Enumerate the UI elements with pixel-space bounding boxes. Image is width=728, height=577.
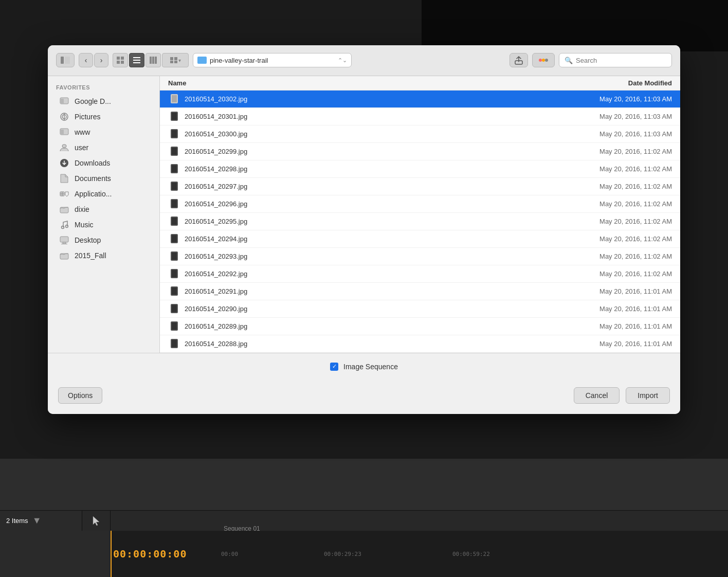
search-box[interactable]: 🔍	[559, 53, 672, 67]
file-name: 20160514_20296.jpg	[185, 200, 538, 208]
sidebar-label-downloads: Downloads	[75, 159, 110, 167]
svg-rect-10	[152, 57, 154, 64]
view-columns-button[interactable]	[145, 53, 161, 67]
file-type-icon	[168, 321, 180, 331]
cursor-tool-area[interactable]	[82, 511, 111, 531]
playhead	[111, 531, 112, 577]
import-button[interactable]: Import	[626, 387, 670, 404]
image-sequence-label: Image Sequence	[343, 363, 398, 371]
sidebar-label-google-drive: Google D...	[75, 97, 111, 105]
file-date: May 20, 2016, 11:01 AM	[538, 322, 672, 330]
sidebar-item-documents[interactable]: Documents	[51, 171, 156, 186]
sidebar-item-applications[interactable]: Applicatio...	[51, 186, 156, 202]
sidebar-label-applications: Applicatio...	[75, 190, 112, 198]
sidebar-item-downloads[interactable]: Downloads	[51, 155, 156, 171]
sidebar-item-2015fall[interactable]: 2015_Fall	[51, 248, 156, 263]
svg-point-17	[539, 59, 542, 62]
image-sequence-row: ✓ Image Sequence	[48, 353, 680, 380]
file-row[interactable]: 20160514_20296.jpgMay 20, 2016, 11:02 AM	[160, 195, 680, 213]
sidebar-item-google-drive[interactable]: Google D...	[51, 94, 156, 109]
file-type-icon	[168, 216, 180, 226]
svg-rect-2	[117, 57, 120, 60]
back-button[interactable]: ‹	[79, 53, 93, 67]
file-row[interactable]: 20160514_20300.jpgMay 20, 2016, 11:03 AM	[160, 125, 680, 143]
svg-point-34	[66, 225, 68, 227]
svg-rect-11	[155, 57, 157, 64]
view-list-button[interactable]	[129, 53, 144, 67]
2015fall-icon	[59, 250, 69, 261]
timeline-container: 2 Items ▼ Sequence 01 00:00:00:00 00:00 …	[0, 510, 728, 577]
timeline-top-bar: 2 Items ▼ Sequence 01	[0, 510, 728, 531]
file-row[interactable]: 20160514_20289.jpgMay 20, 2016, 11:01 AM	[160, 318, 680, 335]
sidebar: Favorites Google D...	[48, 76, 160, 353]
downloads-icon	[59, 158, 69, 168]
file-row[interactable]: 20160514_20299.jpgMay 20, 2016, 11:02 AM	[160, 143, 680, 160]
path-text: pine-valley-star-trail	[210, 57, 335, 64]
svg-rect-0	[61, 57, 64, 64]
file-row[interactable]: 20160514_20288.jpgMay 20, 2016, 11:01 AM	[160, 335, 680, 353]
status-items-area: 2 Items ▼	[0, 511, 82, 531]
svg-rect-14	[170, 61, 173, 63]
sidebar-section-favorites: Favorites	[48, 82, 159, 94]
sidebar-item-desktop[interactable]: Desktop	[51, 232, 156, 248]
timecode-display: 00:00:00:00	[113, 548, 187, 560]
view-icon-button[interactable]	[113, 53, 128, 67]
back-icon: ‹	[85, 56, 87, 64]
file-row[interactable]: 20160514_20292.jpgMay 20, 2016, 11:02 AM	[160, 265, 680, 283]
path-control[interactable]: pine-valley-star-trail ⌃⌄	[193, 53, 352, 67]
sidebar-item-www[interactable]: www	[51, 124, 156, 140]
file-row[interactable]: 20160514_20298.jpgMay 20, 2016, 11:02 AM	[160, 160, 680, 178]
file-date: May 20, 2016, 11:01 AM	[538, 305, 672, 313]
sidebar-item-user[interactable]: user	[51, 140, 156, 155]
cursor-icon	[91, 515, 101, 527]
timeline-ruler: 00:00 00:00:29:23 00:00:59:22	[221, 531, 728, 577]
file-name: 20160514_20299.jpg	[185, 148, 538, 155]
sidebar-item-music[interactable]: Music	[51, 217, 156, 232]
file-date: May 20, 2016, 11:02 AM	[538, 253, 672, 260]
svg-rect-12	[170, 57, 173, 60]
file-row[interactable]: 20160514_20301.jpgMay 20, 2016, 11:03 AM	[160, 108, 680, 125]
file-date: May 20, 2016, 11:02 AM	[538, 200, 672, 208]
file-row[interactable]: 20160514_20290.jpgMay 20, 2016, 11:01 AM	[160, 300, 680, 318]
file-row[interactable]: 20160514_20293.jpgMay 20, 2016, 11:02 AM	[160, 248, 680, 265]
search-input[interactable]	[576, 57, 666, 64]
options-button[interactable]: Options	[58, 387, 102, 404]
file-type-icon	[168, 199, 180, 209]
file-name: 20160514_20288.jpg	[185, 340, 538, 348]
dialog-content: Favorites Google D...	[48, 76, 680, 353]
ruler-mark-2: 00:00:59:22	[452, 551, 490, 557]
dropdown-arrow-icon[interactable]: ▼	[32, 515, 42, 526]
file-row[interactable]: 20160514_20295.jpgMay 20, 2016, 11:02 AM	[160, 213, 680, 230]
file-type-icon	[168, 268, 180, 279]
file-date: May 20, 2016, 11:02 AM	[538, 218, 672, 225]
file-list: 20160514_20302.jpgMay 20, 2016, 11:03 AM…	[160, 91, 680, 353]
file-type-icon	[168, 251, 180, 261]
file-type-icon	[168, 94, 180, 104]
file-row[interactable]: 20160514_20302.jpgMay 20, 2016, 11:03 AM	[160, 91, 680, 108]
search-icon: 🔍	[565, 57, 573, 64]
svg-rect-27	[62, 145, 66, 148]
sidebar-item-dixie[interactable]: dixie	[51, 202, 156, 217]
tag-button[interactable]	[532, 53, 555, 67]
file-date: May 20, 2016, 11:02 AM	[538, 165, 672, 173]
sidebar-label-pictures: Pictures	[75, 113, 101, 121]
svg-rect-35	[60, 237, 68, 242]
svg-point-33	[62, 226, 64, 228]
file-row[interactable]: 20160514_20294.jpgMay 20, 2016, 11:02 AM	[160, 230, 680, 248]
image-sequence-checkbox[interactable]: ✓	[330, 363, 338, 371]
sidebar-item-pictures[interactable]: Pictures	[51, 109, 156, 124]
file-name: 20160514_20294.jpg	[185, 235, 538, 243]
file-type-icon	[168, 338, 180, 349]
ruler-mark-0: 00:00	[221, 551, 238, 557]
svg-rect-6	[133, 57, 140, 58]
file-row[interactable]: 20160514_20291.jpgMay 20, 2016, 11:01 AM	[160, 283, 680, 300]
view-cover-button[interactable]: ▾	[162, 53, 189, 67]
forward-button[interactable]: ›	[94, 53, 108, 67]
sidebar-toggle-button[interactable]	[56, 53, 75, 67]
file-date: May 20, 2016, 11:02 AM	[538, 183, 672, 190]
cancel-button[interactable]: Cancel	[574, 387, 620, 404]
share-button[interactable]	[509, 53, 528, 67]
svg-rect-3	[121, 57, 124, 60]
file-row[interactable]: 20160514_20297.jpgMay 20, 2016, 11:02 AM	[160, 178, 680, 195]
file-type-icon	[168, 303, 180, 314]
